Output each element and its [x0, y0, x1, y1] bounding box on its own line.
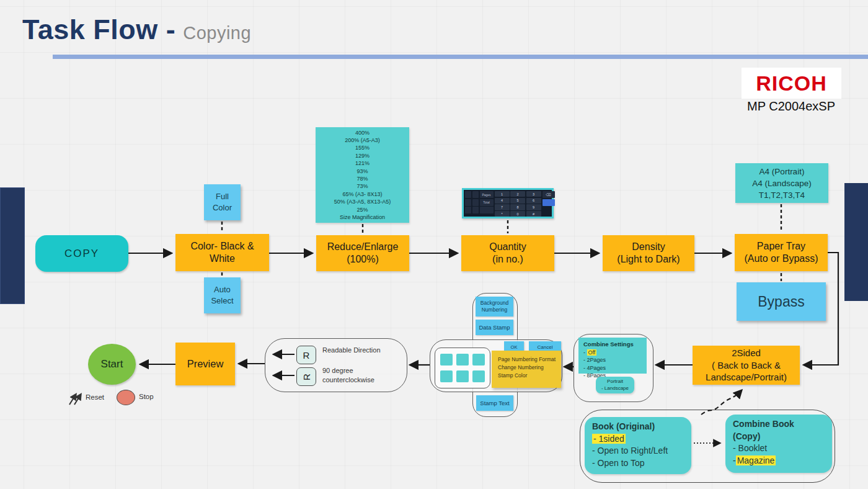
combine-settings-box: Combine Settings - Off - 2Pages - 4Pages…	[578, 338, 647, 374]
keypad-digit-key: 2	[510, 191, 525, 197]
book-original-title: Book (Original)	[592, 421, 691, 433]
keypad-digit-key: 4	[495, 198, 510, 204]
combine-book-title: Combine Book (Copy)	[733, 418, 832, 442]
book-1sided-highlight: - 1sided	[592, 434, 626, 444]
keypad-digit-key: 1	[495, 191, 510, 197]
rotate-90-label: 90 degree counterclockwise	[322, 366, 403, 385]
keypad-pages-key: Pages	[480, 191, 494, 198]
stamp-position-selector	[435, 348, 490, 388]
keypad-enter-key	[542, 199, 555, 206]
printer-model-label: MP C2004exSP	[735, 99, 847, 114]
paper-tray-options: A4 (Portrait) A4 (Landscape) T1,T2,T3,T4	[735, 163, 828, 203]
keypad-total-key: Total	[480, 199, 494, 206]
stamp-position-cells	[440, 354, 485, 382]
combine-book-box: Combine Book (Copy) - Booklet -Magazine	[725, 415, 832, 473]
data-stamp-button: Data Stamp	[476, 320, 513, 335]
readable-direction-label: Readable Direction	[322, 346, 403, 354]
combine-book-magazine-line: -Magazine	[733, 455, 832, 467]
keypad-digit-key: #	[526, 211, 541, 217]
keypad-digits: 123456789*0#	[495, 191, 541, 215]
keypad-right-keys: ⌫	[542, 191, 555, 215]
reduce-enlarge-options: 400% 200% (A5-A3) 155% 129% 121% 93% 78%…	[316, 127, 409, 223]
book-original-box: Book (Original) - 1sided - Open to Right…	[585, 417, 691, 474]
title-underline	[53, 55, 868, 59]
keypad-digit-key: 3	[526, 191, 541, 197]
left-edge-bar	[0, 187, 25, 304]
book-options: - Open to Right/Left - Open to Top	[592, 445, 691, 469]
sticky-full-color: Full Color	[204, 184, 241, 220]
magazine-highlight: Magazine	[736, 455, 776, 465]
node-2sided: 2Sided ( Back to Back & Landscape/Portra…	[693, 346, 800, 385]
node-copy: COPY	[35, 235, 128, 272]
keypad-backspace-key: ⌫	[542, 191, 555, 198]
sticky-auto-select: Auto Select	[204, 277, 241, 313]
keypad-digit-key: 9	[526, 204, 541, 210]
reset-label: Reset	[86, 393, 104, 401]
node-quantity: Quantity (in no.)	[461, 235, 554, 271]
right-edge-bar	[844, 183, 868, 301]
keypad-blank-key	[480, 207, 494, 213]
reset-icon	[74, 395, 81, 405]
rotate-r-rotated-icon: R	[296, 367, 316, 386]
ricoh-logo: RICOH	[742, 68, 841, 99]
ricoh-logo-text: RICOH	[742, 68, 841, 99]
stamp-note: Page Numbering Format Change Numbering S…	[492, 351, 561, 388]
book-1sided-line: - 1sided	[592, 433, 691, 446]
node-paper-tray: Paper Tray (Auto or Bypass)	[735, 234, 828, 271]
page-title: Task Flow -Copying	[22, 14, 251, 46]
node-reduce-enlarge: Reduce/Enlarge (100%)	[316, 235, 409, 271]
combine-orientation-box: Portrait - Landscape	[596, 377, 634, 393]
slide-canvas: Task Flow -Copying RICOH MP C2004exSP CO…	[0, 0, 868, 489]
sticky-bypass: Bypass	[737, 282, 826, 321]
stop-label: Stop	[139, 393, 154, 400]
combine-book-booklet: - Booklet	[733, 442, 832, 455]
combine-options: - 2Pages - 4Pages - 8Pages	[583, 356, 647, 380]
node-density: Density (Light to Dark)	[603, 235, 694, 271]
combine-off-line: - Off	[583, 349, 647, 357]
page-subtitle: Copying	[183, 23, 251, 43]
keypad-digit-key: 5	[510, 198, 525, 204]
rotate-r-upright-icon: R	[296, 346, 316, 364]
reset-icon	[69, 395, 76, 405]
background-numbering-button: Background Numbering	[476, 297, 513, 316]
keypad-label-keys: Pages Total	[480, 191, 494, 215]
combine-settings-title: Combine Settings	[583, 341, 647, 349]
quantity-keypad: Pages Total 123456789*0# ⌫	[462, 188, 554, 218]
keypad-digit-key: *	[495, 211, 510, 217]
keypad-digit-key: 8	[510, 204, 525, 210]
keypad-digit-key: 0	[510, 211, 525, 217]
keypad-panel: Pages Total 123456789*0# ⌫	[464, 190, 552, 217]
keypad-side-keys	[465, 191, 479, 215]
stop-icon	[117, 390, 135, 405]
stamp-text-button: Stamp Text	[476, 395, 513, 411]
keypad-digit-key: 7	[495, 204, 510, 210]
keypad-digit-key: 6	[526, 198, 541, 204]
node-preview: Preview	[175, 343, 235, 385]
page-title-main: Task Flow -	[22, 14, 175, 45]
combine-off-highlight: Off	[587, 349, 597, 356]
node-color-black-white: Color- Black & White	[175, 234, 269, 271]
node-start: Start	[88, 344, 136, 385]
